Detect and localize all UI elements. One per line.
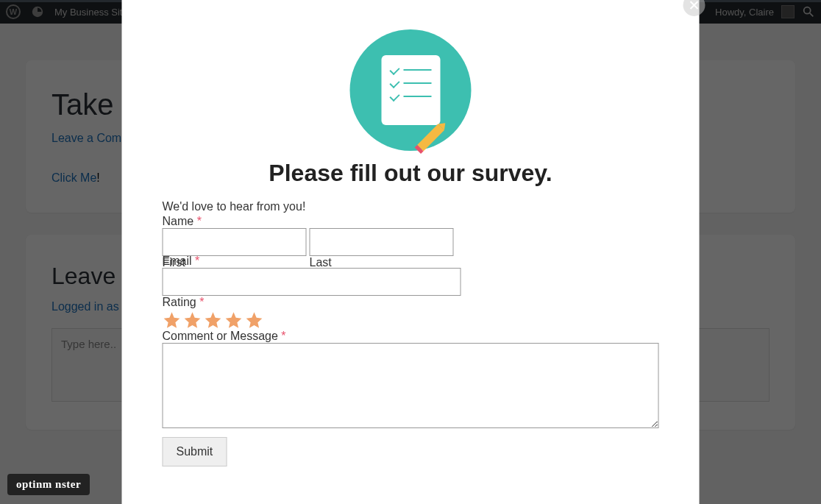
- close-icon: [689, 0, 700, 10]
- optinmonster-badge[interactable]: optinm nster: [7, 474, 90, 495]
- star-icon[interactable]: [163, 310, 182, 330]
- first-name-input[interactable]: [163, 228, 307, 256]
- last-name-input[interactable]: [310, 228, 454, 256]
- star-icon[interactable]: [245, 310, 264, 330]
- star-rating[interactable]: [163, 310, 659, 330]
- comment-label: Comment or Message *: [163, 330, 659, 343]
- star-icon[interactable]: [224, 310, 244, 330]
- rating-label: Rating *: [163, 296, 659, 309]
- modal-heading: Please fill out our survey.: [163, 160, 659, 187]
- comment-textarea-input[interactable]: [163, 343, 659, 428]
- email-input[interactable]: [163, 268, 461, 296]
- name-label: Name *: [163, 215, 659, 228]
- clipboard-icon: [381, 55, 440, 125]
- survey-hero-icon: [163, 29, 659, 151]
- star-icon[interactable]: [183, 310, 202, 330]
- survey-modal: Please fill out our survey. We'd love to…: [122, 0, 700, 504]
- submit-button[interactable]: Submit: [163, 437, 227, 466]
- star-icon[interactable]: [204, 310, 223, 330]
- form-intro-text: We'd love to hear from you!: [163, 200, 659, 213]
- pencil-icon: [417, 124, 444, 152]
